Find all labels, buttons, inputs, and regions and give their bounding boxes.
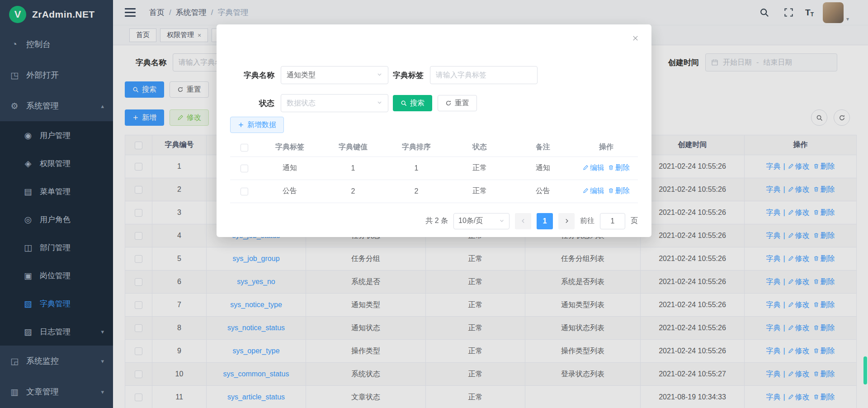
status-select[interactable]: 数据状态 — [281, 94, 388, 112]
status-select-placeholder: 数据状态 — [287, 99, 316, 108]
cell-status: 正常 — [448, 157, 511, 180]
dialog-filter-form: 字典名称 通知类型 字典标签 状态 数据状态 — [230, 24, 638, 112]
column-header: 状态 — [448, 138, 511, 157]
column-header: 备注 — [511, 138, 575, 157]
dict-name-select-value: 通知类型 — [287, 71, 316, 80]
chevron-down-icon — [499, 217, 505, 225]
table-row: 通知11正常通知编辑删除 — [230, 157, 638, 180]
column-header: 字典键值 — [321, 138, 385, 157]
row-delete-link[interactable]: 删除 — [608, 187, 630, 195]
dialog-dict-label-label: 字典标签 — [388, 70, 430, 81]
column-header: 操作 — [575, 138, 638, 157]
dialog-reset-button[interactable]: 重置 — [438, 95, 477, 111]
chevron-down-icon — [377, 71, 382, 79]
select-all-checkbox[interactable] — [241, 144, 248, 152]
page-size-select[interactable]: 10条/页 — [453, 213, 509, 229]
table-row: 公告22正常公告编辑删除 — [230, 180, 638, 203]
dict-data-dialog: 字典名称 通知类型 字典标签 状态 数据状态 — [217, 24, 651, 237]
dialog-form-row-2: 状态 数据状态 搜索 重置 — [230, 94, 638, 112]
column-header: 字典标签 — [258, 138, 321, 157]
cell-remark: 公告 — [511, 180, 575, 203]
row-checkbox[interactable] — [241, 165, 248, 172]
goto-page-input[interactable] — [600, 213, 625, 229]
arrow-right-icon — [564, 218, 570, 224]
prev-page-button[interactable] — [515, 213, 531, 229]
chevron-down-icon — [377, 99, 382, 107]
dialog-pagination: 共 2 条 10条/页 1 前往 页 — [230, 213, 638, 229]
cell-operations: 编辑删除 — [575, 180, 638, 203]
cell-status: 正常 — [448, 180, 511, 203]
dict-name-select[interactable]: 通知类型 — [281, 66, 388, 84]
row-edit-link[interactable]: 编辑 — [583, 187, 604, 195]
cell-dict-value: 1 — [321, 157, 385, 180]
pagination-total: 共 2 条 — [425, 216, 448, 226]
dialog-dict-data-table: 字典标签字典键值字典排序状态备注操作 通知11正常通知编辑删除公告22正常公告编… — [230, 138, 638, 203]
close-icon[interactable] — [631, 33, 640, 43]
dialog-table-header: 字典标签字典键值字典排序状态备注操作 — [230, 138, 638, 157]
goto-unit-label: 页 — [631, 216, 638, 226]
refresh-icon — [445, 100, 452, 106]
cell-dict-sort: 1 — [385, 157, 448, 180]
dialog-status-label: 状态 — [230, 98, 281, 109]
row-edit-link[interactable]: 编辑 — [583, 164, 604, 171]
modal-overlay: 字典名称 通知类型 字典标签 状态 数据状态 — [0, 0, 868, 408]
next-page-button[interactable] — [558, 213, 575, 229]
arrow-left-icon — [520, 218, 526, 224]
search-icon — [401, 100, 407, 106]
row-delete-link[interactable]: 删除 — [608, 164, 630, 171]
dict-label-input[interactable] — [430, 66, 538, 84]
page-size-value: 10条/页 — [458, 216, 483, 226]
dialog-search-button[interactable]: 搜索 — [393, 95, 432, 111]
column-header: 字典排序 — [385, 138, 448, 157]
dialog-form-row-1: 字典名称 通知类型 字典标签 — [230, 66, 638, 84]
scrollbar-thumb[interactable] — [863, 356, 867, 384]
cell-dict-label: 公告 — [258, 180, 321, 203]
plus-icon — [238, 122, 244, 128]
goto-label: 前往 — [580, 216, 594, 226]
dialog-dict-name-label: 字典名称 — [230, 70, 281, 81]
cell-remark: 通知 — [511, 157, 575, 180]
dialog-filter-actions: 搜索 重置 — [393, 95, 477, 111]
cell-operations: 编辑删除 — [575, 157, 638, 180]
dialog-table-body: 通知11正常通知编辑删除公告22正常公告编辑删除 — [230, 157, 638, 203]
cell-dict-label: 通知 — [258, 157, 321, 180]
add-data-button[interactable]: 新增数据 — [230, 117, 284, 133]
row-checkbox[interactable] — [241, 188, 248, 195]
cell-dict-sort: 2 — [385, 180, 448, 203]
cell-dict-value: 2 — [321, 180, 385, 203]
page-number-button[interactable]: 1 — [537, 213, 553, 229]
